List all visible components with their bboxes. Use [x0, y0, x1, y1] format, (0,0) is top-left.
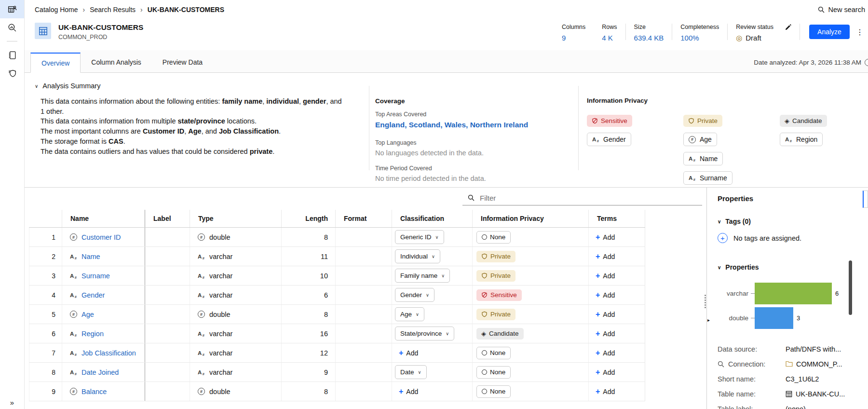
classification-add-button[interactable]: +Add [399, 388, 418, 395]
classification-select[interactable]: Generic ID∨ [395, 230, 444, 244]
terms-add-button[interactable]: +Add [596, 233, 615, 241]
string-type-icon: A# [592, 136, 599, 142]
review-status: Review status ◎ Draft [728, 20, 800, 43]
classification-select[interactable]: Age∨ [395, 307, 424, 321]
terms-add-button[interactable]: +Add [596, 291, 615, 299]
panel-scrollbar[interactable] [849, 260, 852, 315]
property-label: Table name: [718, 390, 780, 398]
privacy-badge-private[interactable]: Private [476, 309, 515, 320]
number-type-icon: # [70, 311, 77, 318]
terms-add-button[interactable]: +Add [596, 349, 615, 357]
number-type-icon: # [198, 388, 205, 395]
column-name-link[interactable]: #Balance [62, 388, 145, 395]
terms-add-button[interactable]: +Add [596, 253, 615, 260]
privacy-badge-candidate[interactable]: ◈Candidate [476, 328, 524, 340]
privacy-cell: None [473, 363, 589, 382]
terms-add-button[interactable]: +Add [596, 311, 615, 318]
tab-overview[interactable]: Overview [30, 53, 81, 73]
table-icon [39, 27, 48, 36]
table-row: 8A#Date JoinedA#varchar9Date∨None+Add [29, 363, 645, 382]
filter-input[interactable] [479, 193, 702, 203]
classification-select[interactable]: Family name∨ [395, 269, 450, 283]
column-name-link[interactable]: A#Date Joined [62, 368, 145, 376]
privacy-badge-label: Private [697, 117, 718, 124]
classification-select[interactable]: Date∨ [395, 365, 427, 379]
string-type-icon: A# [198, 254, 205, 259]
chevron-down-icon: ∨ [718, 219, 721, 224]
breadcrumb-item[interactable]: Search Results [90, 6, 136, 14]
classification-cell: Family name∨ [392, 266, 473, 286]
classification-add-button[interactable]: +Add [399, 349, 418, 357]
chevron-down-icon: ∨ [426, 292, 429, 298]
privacy-badge-candidate: ◈Candidate [780, 115, 827, 127]
sidebar-item-catalog[interactable] [0, 0, 24, 18]
overflow-menu-icon[interactable]: ⋮ [854, 27, 866, 37]
none-ring-icon [482, 234, 487, 240]
chip-label: Gender [603, 136, 626, 143]
column-header-label: Label [145, 210, 190, 228]
classification-select[interactable]: Individual∨ [395, 249, 440, 263]
add-tag-icon[interactable]: + [718, 233, 728, 243]
areas-value[interactable]: England, Scotland, Wales, Northern Irela… [375, 121, 568, 129]
table-row: 7A#Job ClassificationA#varchar12+AddNone… [29, 343, 645, 363]
privacy-badge-private[interactable]: Private [476, 270, 515, 282]
analysis-summary-toggle[interactable]: ∨ Analysis Summary [35, 82, 100, 90]
column-name-label: Date Joined [81, 368, 119, 376]
summary-line: This data contains information from mult… [41, 116, 368, 126]
classification-select[interactable]: Gender∨ [395, 288, 434, 302]
panel-drag-handle[interactable] [705, 294, 706, 309]
terms-add-button[interactable]: +Add [596, 330, 615, 338]
privacy-badge-none[interactable]: None [476, 385, 511, 398]
privacy-badge-private[interactable]: Private [476, 251, 515, 262]
tab-preview-data[interactable]: Preview Data [152, 53, 213, 71]
column-name-link[interactable]: A#Job Classification [62, 349, 145, 357]
breadcrumb-item[interactable]: Catalog Home [35, 6, 78, 14]
edit-review-status-icon[interactable] [785, 24, 791, 30]
type-distribution-chart: varchar6double3 [718, 283, 868, 329]
type-cell: #double [190, 382, 282, 401]
column-name-link[interactable]: #Age [62, 311, 145, 318]
plus-icon: + [596, 253, 600, 260]
string-type-icon: A# [70, 350, 77, 356]
collapse-panel-icon[interactable]: ▸ [707, 317, 710, 323]
sidebar-item-governance-shield[interactable] [0, 64, 24, 82]
length-cell: 10 [282, 266, 336, 286]
languages-label: Top Languages [375, 139, 568, 146]
properties-section-toggle[interactable]: ∨ Properties [718, 263, 868, 271]
column-name-link[interactable]: A#Surname [62, 272, 145, 280]
sidebar-item-search-insights[interactable] [0, 18, 24, 37]
privacy-badge-none[interactable]: None [476, 366, 511, 379]
row-number-cell: 8 [29, 363, 62, 382]
column-name-label: Job Classification [81, 349, 136, 357]
column-name-link[interactable]: A#Region [62, 330, 145, 338]
analyze-button[interactable]: Analyze [809, 25, 850, 39]
column-name-link[interactable]: A#Gender [62, 291, 145, 299]
catalog-icon [7, 4, 17, 14]
classification-select[interactable]: State/province∨ [395, 327, 454, 341]
privacy-badge-none[interactable]: None [476, 347, 511, 359]
type-label: double [209, 233, 231, 241]
terms-add-button[interactable]: +Add [596, 272, 615, 280]
property-value: COMMON_P... [786, 360, 842, 368]
terms-add-button[interactable]: +Add [596, 388, 615, 395]
classification-cell: State/province∨ [392, 324, 473, 343]
tab-column-analysis[interactable]: Column Analysis [81, 53, 152, 71]
new-search-button[interactable]: New search [818, 0, 865, 19]
expand-sidebar-button[interactable]: » [0, 398, 24, 407]
sidebar-item-notebook[interactable] [0, 46, 24, 64]
tags-section-toggle[interactable]: ∨ Tags (0) [718, 218, 868, 225]
privacy-badge-sensitive[interactable]: Sensitive [476, 289, 522, 301]
terms-add-button[interactable]: +Add [596, 368, 615, 376]
column-name-label: Age [81, 311, 94, 318]
string-type-icon: A# [70, 331, 77, 337]
column-name-link[interactable]: A#Name [62, 253, 145, 260]
column-name-link[interactable]: #Customer ID [62, 233, 145, 241]
privacy-cell: None [473, 343, 589, 363]
row-number-cell: 4 [29, 286, 62, 305]
refresh-icon[interactable] [865, 59, 868, 66]
privacy-badge-none[interactable]: None [476, 231, 511, 244]
column-header-information-privacy: Information Privacy [473, 210, 589, 228]
type-cell: #double [190, 228, 282, 247]
length-cell: 12 [282, 343, 336, 363]
panel-toggle[interactable] [863, 191, 868, 208]
